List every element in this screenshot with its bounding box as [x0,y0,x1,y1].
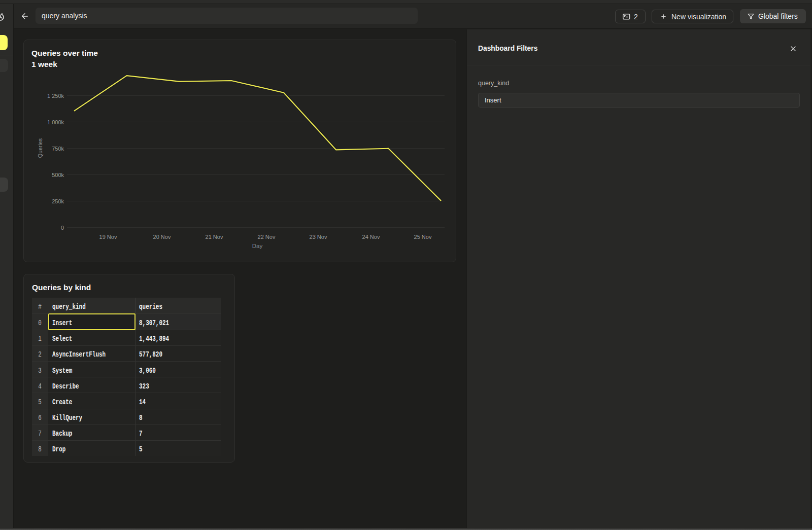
svg-text:1 250k: 1 250k [47,93,64,99]
svg-text:21 Nov: 21 Nov [206,234,223,240]
svg-text:24 Nov: 24 Nov [362,234,380,240]
svg-text:20 Nov: 20 Nov [153,234,171,240]
svg-text:250k: 250k [52,198,64,204]
svg-text:0: 0 [61,225,64,231]
svg-text:1 000k: 1 000k [47,119,64,125]
svg-text:500k: 500k [52,172,64,178]
svg-text:Day: Day [252,243,263,249]
svg-text:750k: 750k [52,146,64,152]
svg-text:22 Nov: 22 Nov [258,234,276,240]
svg-text:25 Nov: 25 Nov [414,234,432,240]
svg-text:Queries: Queries [37,138,43,158]
svg-text:23 Nov: 23 Nov [310,234,327,240]
svg-text:19 Nov: 19 Nov [99,234,117,240]
